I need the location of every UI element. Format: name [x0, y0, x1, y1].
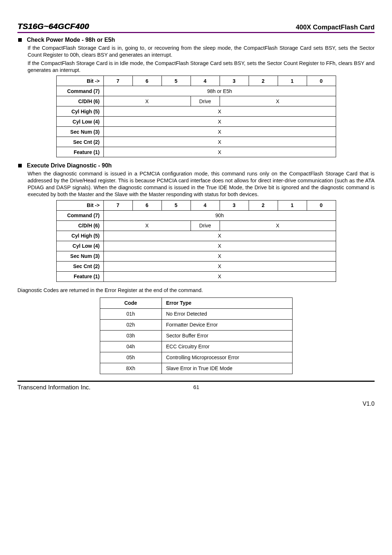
- cell-x: X: [103, 137, 336, 147]
- cell-x: X: [103, 231, 336, 241]
- bit-col-7: 7: [103, 200, 132, 210]
- diagnostic-codes-table: Code Error Type 01h No Error Detected 02…: [100, 297, 293, 374]
- row-command: Command (7): [56, 210, 103, 220]
- product-model: TS16G~64GCF400: [17, 22, 89, 31]
- table-row: Bit -> 7 6 5 4 3 2 1 0: [56, 200, 336, 210]
- bit-col-4: 4: [191, 76, 220, 86]
- cell-cdh-right: X: [220, 220, 336, 231]
- diag-error: Sector Buffer Error: [162, 330, 292, 341]
- table-row: Cyl High (5) X: [56, 106, 336, 117]
- bit-header-label: Bit ->: [56, 76, 103, 86]
- row-command: Command (7): [56, 86, 103, 96]
- cell-cdh-left: X: [103, 220, 191, 231]
- diag-header-code: Code: [100, 297, 162, 308]
- bit-col-5: 5: [162, 76, 191, 86]
- section1-title: Check Power Mode - 98h or E5h: [27, 37, 115, 43]
- diag-error: ECC Circuitry Error: [162, 341, 292, 352]
- diag-error: Controlling Microprocessor Error: [162, 352, 292, 363]
- table-row: 01h No Error Detected: [100, 308, 292, 319]
- diag-code: 04h: [100, 341, 162, 352]
- cell-cdh-left: X: [103, 96, 191, 106]
- bit-col-6: 6: [132, 76, 162, 86]
- table-row: 8Xh Slave Error in True IDE Mode: [100, 363, 292, 374]
- row-feature: Feature (1): [56, 147, 103, 157]
- cell-x: X: [103, 147, 336, 157]
- cell-x: X: [103, 106, 336, 117]
- table-row: Cyl High (5) X: [56, 231, 336, 241]
- table-row: Feature (1) X: [56, 271, 336, 281]
- bullet-square-icon: [18, 38, 22, 42]
- bit-col-2: 2: [249, 200, 278, 210]
- section1-heading: Check Power Mode - 98h or E5h: [17, 37, 375, 43]
- footer-version: V1.0: [17, 401, 375, 407]
- table-row: 03h Sector Buffer Error: [100, 330, 292, 341]
- table-row: C/D/H (6) X Drive X: [56, 96, 336, 106]
- row-secnum: Sec Num (3): [56, 251, 103, 261]
- bullet-square-icon: [18, 164, 22, 167]
- row-cyllow: Cyl Low (4): [56, 117, 103, 127]
- row-secnum: Sec Num (3): [56, 127, 103, 137]
- table-row: 04h ECC Circuitry Error: [100, 341, 292, 352]
- register-table-check-power-mode: Bit -> 7 6 5 4 3 2 1 0 Command (7) 98h o…: [56, 76, 336, 157]
- bit-col-1: 1: [278, 200, 307, 210]
- cell-x: X: [103, 251, 336, 261]
- diag-code: 03h: [100, 330, 162, 341]
- table-row: 02h Formatter Device Error: [100, 319, 292, 330]
- section2-heading: Execute Drive Diagnostic - 90h: [17, 162, 375, 169]
- table-row: Cyl Low (4) X: [56, 117, 336, 127]
- cell-command-value: 98h or E5h: [103, 86, 336, 96]
- cell-cdh-right: X: [220, 96, 336, 106]
- row-cylhigh: Cyl High (5): [56, 231, 103, 241]
- row-feature: Feature (1): [56, 271, 103, 281]
- diag-header-error: Error Type: [162, 297, 292, 308]
- diag-error: Formatter Device Error: [162, 319, 292, 330]
- table-row: 05h Controlling Microprocessor Error: [100, 352, 292, 363]
- table-row: Command (7) 90h: [56, 210, 336, 220]
- diag-code: 05h: [100, 352, 162, 363]
- row-cdh: C/D/H (6): [56, 96, 103, 106]
- diag-error: No Error Detected: [162, 308, 292, 319]
- row-cdh: C/D/H (6): [56, 220, 103, 231]
- cell-x: X: [103, 127, 336, 137]
- footer-company: Transcend Information Inc.: [17, 384, 91, 391]
- row-cyllow: Cyl Low (4): [56, 241, 103, 251]
- diag-code: 02h: [100, 319, 162, 330]
- section2-paragraph1: When the diagnostic command is issued in…: [28, 170, 375, 198]
- section2-title: Execute Drive Diagnostic - 90h: [27, 162, 112, 169]
- diag-code: 8Xh: [100, 363, 162, 374]
- cell-x: X: [103, 117, 336, 127]
- row-seccnt: Sec Cnt (2): [56, 137, 103, 147]
- page-footer: Transcend Information Inc. 61: [17, 382, 375, 391]
- table-row: Sec Num (3) X: [56, 251, 336, 261]
- cell-x: X: [103, 261, 336, 271]
- bit-col-4: 4: [191, 200, 220, 210]
- bit-col-3: 3: [220, 76, 249, 86]
- cell-x: X: [103, 241, 336, 251]
- diagnostic-intro: Diagnostic Codes are returned in the Err…: [17, 287, 375, 294]
- table-row: Bit -> 7 6 5 4 3 2 1 0: [56, 76, 336, 86]
- bit-col-2: 2: [249, 76, 278, 86]
- bit-col-5: 5: [162, 200, 191, 210]
- table-row: C/D/H (6) X Drive X: [56, 220, 336, 231]
- bit-col-1: 1: [278, 76, 307, 86]
- bit-col-3: 3: [220, 200, 249, 210]
- cell-command-value: 90h: [103, 210, 336, 220]
- footer-page-number: 61: [91, 384, 302, 391]
- cell-x: X: [103, 271, 336, 281]
- cell-cdh-drive: Drive: [191, 220, 220, 231]
- bit-col-0: 0: [307, 200, 336, 210]
- bit-col-7: 7: [103, 76, 132, 86]
- register-table-execute-drive-diagnostic: Bit -> 7 6 5 4 3 2 1 0 Command (7) 90h C…: [56, 200, 336, 282]
- table-row: Sec Cnt (2) X: [56, 261, 336, 271]
- table-row: Cyl Low (4) X: [56, 241, 336, 251]
- diag-error: Slave Error in True IDE Mode: [162, 363, 292, 374]
- section1-paragraph2: If the CompactFlash Storage Card is in I…: [28, 60, 375, 74]
- diag-code: 01h: [100, 308, 162, 319]
- product-name: 400X CompactFlash Card: [296, 24, 375, 31]
- page-header: TS16G~64GCF400 400X CompactFlash Card: [17, 22, 375, 33]
- table-row: Feature (1) X: [56, 147, 336, 157]
- row-seccnt: Sec Cnt (2): [56, 261, 103, 271]
- cell-cdh-drive: Drive: [191, 96, 220, 106]
- table-row: Command (7) 98h or E5h: [56, 86, 336, 96]
- bit-header-label: Bit ->: [56, 200, 103, 210]
